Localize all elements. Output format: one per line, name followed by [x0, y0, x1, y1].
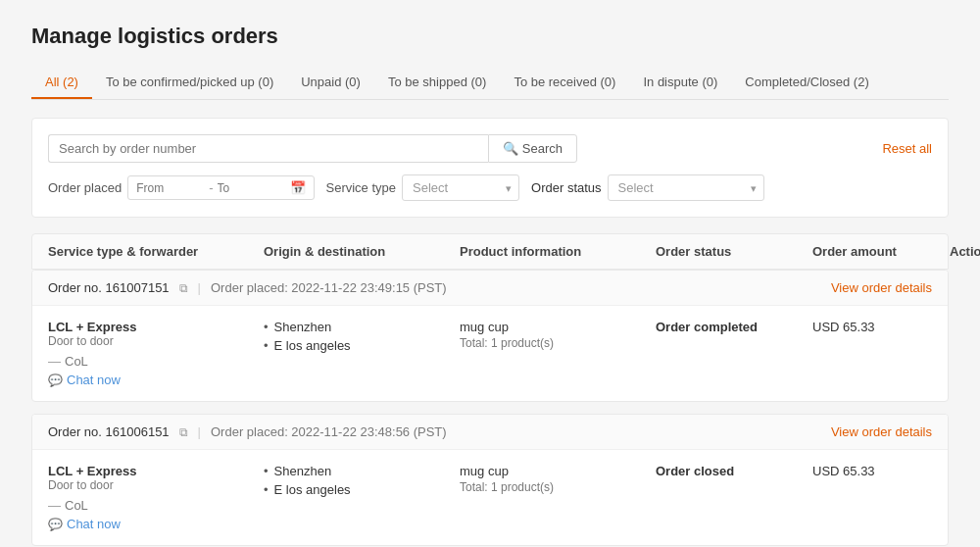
forwarder-name-2: CoL	[65, 498, 88, 513]
order-card-body-2: LCL + Express Door to door — CoL 💬 Chat …	[32, 450, 948, 545]
order-date-2: Order placed: 2022-11-22 23:48:56 (PST)	[211, 424, 447, 439]
tab-in-dispute[interactable]: In dispute (0)	[629, 67, 731, 99]
service-type-select-wrapper: Select	[402, 174, 519, 201]
product-name-1: mug cup	[460, 320, 656, 334]
product-col-1: mug cup Total: 1 product(s)	[460, 320, 656, 350]
tab-completed-closed[interactable]: Completed/Closed (2)	[731, 67, 882, 99]
status-col-2: Order closed	[656, 464, 812, 478]
chat-btn-2[interactable]: 💬 Chat now	[48, 517, 264, 531]
service-type-col-2: LCL + Express Door to door — CoL 💬 Chat …	[48, 464, 264, 531]
forwarder-row-1: — CoL	[48, 354, 264, 369]
service-type-label: Service type	[326, 180, 397, 195]
col-order-status: Order status	[656, 244, 812, 259]
product-count-1: Total: 1 product(s)	[460, 336, 656, 350]
tab-to-be-confirmed[interactable]: To be confirmed/picked up (0)	[92, 67, 287, 99]
page-title: Manage logistics orders	[31, 24, 949, 49]
date-from-input[interactable]	[136, 181, 205, 195]
service-mode-2: Door to door	[48, 478, 264, 492]
origin-dest-col-1: • Shenzhen • E los angeles	[264, 320, 460, 357]
tab-unpaid[interactable]: Unpaid (0)	[287, 67, 374, 99]
chat-icon-1: 💬	[48, 373, 63, 387]
service-type-filter: Service type Select	[326, 174, 520, 201]
chat-icon-2: 💬	[48, 518, 63, 531]
service-mode-1: Door to door	[48, 334, 264, 348]
reset-all-link[interactable]: Reset all	[882, 141, 932, 156]
search-filter-area: 🔍 Search Reset all Order placed - 📅 Serv…	[31, 118, 949, 218]
col-origin-dest: Origin & destination	[264, 244, 460, 259]
search-input[interactable]	[48, 134, 488, 163]
view-details-2[interactable]: View order details	[831, 424, 932, 439]
origin-dest-col-2: • Shenzhen • E los angeles	[264, 464, 460, 501]
tabs-bar: All (2) To be confirmed/picked up (0) Un…	[31, 67, 949, 100]
order-status-label: Order status	[531, 180, 602, 195]
chat-label-1: Chat now	[67, 373, 121, 387]
product-name-2: mug cup	[460, 464, 656, 478]
service-name-2: LCL + Express	[48, 464, 264, 478]
order-status-1: Order completed	[656, 320, 758, 334]
search-icon: 🔍	[503, 141, 518, 156]
date-to-input[interactable]	[218, 181, 286, 195]
service-type-col-1: LCL + Express Door to door — CoL 💬 Chat …	[48, 320, 264, 387]
tab-all[interactable]: All (2)	[31, 67, 92, 99]
amount-col-2: USD 65.33	[812, 464, 949, 478]
order-status-filter: Order status Select	[531, 174, 764, 201]
date-range: - 📅	[127, 175, 314, 200]
origin-1: Shenzhen	[274, 320, 332, 334]
copy-icon-1[interactable]: ⧉	[179, 281, 188, 295]
status-col-1: Order completed	[656, 320, 812, 334]
col-order-amount: Order amount	[812, 244, 950, 259]
order-status-select-wrapper: Select	[608, 174, 764, 201]
order-card-header-1: Order no. 161007151 ⧉ | Order placed: 20…	[32, 271, 948, 306]
chat-label-2: Chat now	[67, 517, 121, 531]
tab-to-be-received[interactable]: To be received (0)	[500, 67, 629, 99]
order-status-select[interactable]: Select	[608, 174, 764, 201]
table-header: Service type & forwarder Origin & destin…	[31, 233, 949, 270]
destination-2: E los angeles	[274, 482, 351, 497]
order-card-header-2: Order no. 161006151 ⧉ | Order placed: 20…	[32, 415, 948, 450]
order-placed-label: Order placed	[48, 180, 122, 195]
copy-icon-2[interactable]: ⧉	[179, 425, 188, 439]
order-placed-filter: Order placed - 📅	[48, 175, 315, 200]
order-card-1: Order no. 161007151 ⧉ | Order placed: 20…	[31, 270, 949, 402]
search-row: 🔍 Search Reset all	[48, 134, 932, 163]
destination-1: E los angeles	[274, 338, 351, 353]
search-button[interactable]: 🔍 Search	[488, 134, 577, 163]
origin-2: Shenzhen	[274, 464, 332, 478]
amount-col-1: USD 65.33	[812, 320, 949, 334]
calendar-icon[interactable]: 📅	[290, 180, 306, 195]
product-count-2: Total: 1 product(s)	[460, 480, 656, 494]
forwarder-row-2: — CoL	[48, 498, 264, 513]
service-type-select[interactable]: Select	[402, 174, 519, 201]
col-product-info: Product information	[460, 244, 656, 259]
col-service-type: Service type & forwarder	[48, 244, 264, 259]
product-col-2: mug cup Total: 1 product(s)	[460, 464, 656, 494]
tab-to-be-shipped[interactable]: To be shipped (0)	[374, 67, 500, 99]
service-name-1: LCL + Express	[48, 320, 264, 334]
order-number-1: Order no. 161007151	[48, 280, 170, 295]
col-action: Action	[950, 244, 980, 259]
order-card-body-1: LCL + Express Door to door — CoL 💬 Chat …	[32, 306, 948, 401]
order-status-2: Order closed	[656, 464, 734, 478]
order-number-2: Order no. 161006151	[48, 424, 170, 439]
chat-btn-1[interactable]: 💬 Chat now	[48, 373, 264, 387]
order-date-1: Order placed: 2022-11-22 23:49:15 (PST)	[211, 280, 447, 295]
order-card-2: Order no. 161006151 ⧉ | Order placed: 20…	[31, 414, 949, 546]
search-button-label: Search	[522, 141, 563, 156]
search-input-wrapper: 🔍 Search	[48, 134, 577, 163]
forwarder-name-1: CoL	[65, 354, 88, 369]
view-details-1[interactable]: View order details	[831, 280, 932, 295]
filter-row: Order placed - 📅 Service type Select	[48, 174, 932, 201]
